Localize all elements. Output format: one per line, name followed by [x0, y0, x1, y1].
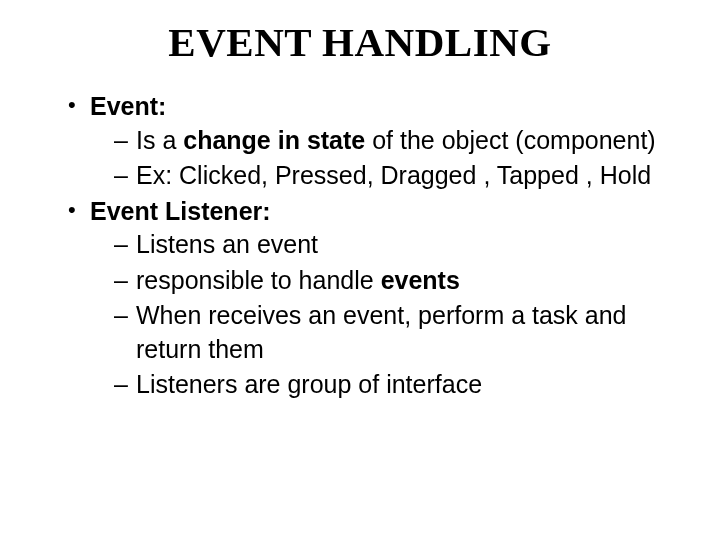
- text-pre: Listeners are group of interface: [136, 370, 482, 398]
- slide-content: Event: Is a change in state of the objec…: [30, 90, 690, 402]
- bullet-label: Event:: [90, 92, 166, 120]
- text-post: of the object (component): [365, 126, 655, 154]
- bullet-list-level2: Listens an event responsible to handle e…: [90, 228, 690, 402]
- bullet-item: Event Listener: Listens an event respons…: [68, 195, 690, 402]
- bullet-list-level2: Is a change in state of the object (comp…: [90, 124, 690, 193]
- text-pre: Listens an event: [136, 230, 318, 258]
- sub-bullet-item: Listens an event: [114, 228, 690, 262]
- text-bold: change in state: [183, 126, 365, 154]
- slide-title: EVENT HANDLING: [30, 18, 690, 66]
- sub-bullet-item: Listeners are group of interface: [114, 368, 690, 402]
- bullet-label: Event Listener:: [90, 197, 271, 225]
- text-pre: Ex: Clicked, Pressed, Dragged , Tapped ,…: [136, 161, 651, 189]
- text-pre: Is a: [136, 126, 183, 154]
- sub-bullet-item: Is a change in state of the object (comp…: [114, 124, 690, 158]
- sub-bullet-item: responsible to handle events: [114, 264, 690, 298]
- bullet-item: Event: Is a change in state of the objec…: [68, 90, 690, 193]
- text-pre: When receives an event, perform a task a…: [136, 301, 627, 363]
- sub-bullet-item: When receives an event, perform a task a…: [114, 299, 690, 366]
- bullet-list-level1: Event: Is a change in state of the objec…: [30, 90, 690, 402]
- sub-bullet-item: Ex: Clicked, Pressed, Dragged , Tapped ,…: [114, 159, 690, 193]
- text-bold: events: [381, 266, 460, 294]
- text-pre: responsible to handle: [136, 266, 381, 294]
